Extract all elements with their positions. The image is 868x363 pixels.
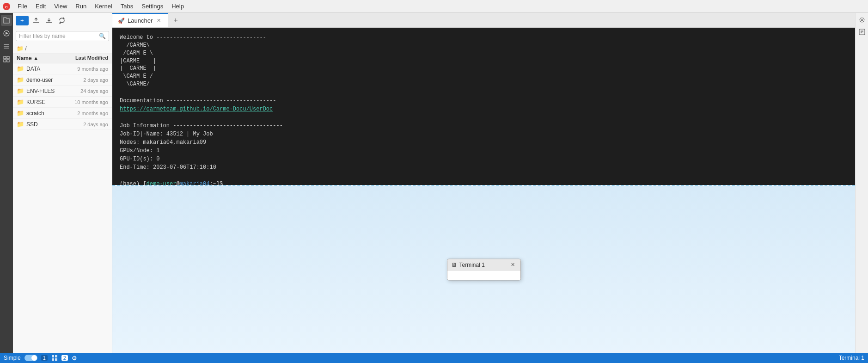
file-modified: 24 days ago	[62, 88, 108, 94]
status-grid-icon	[51, 355, 58, 361]
welcome-line: Welcome to -----------------------------…	[120, 33, 848, 42]
list-item[interactable]: 📁 ENV-FILES 24 days ago	[13, 86, 112, 97]
list-item[interactable]: 📁 scratch 2 months ago	[13, 108, 112, 119]
sidebar-files-icon[interactable]	[1, 15, 12, 26]
svg-text:C: C	[5, 5, 8, 9]
file-modified: 2 days ago	[62, 122, 108, 127]
folder-icon: 📁	[17, 121, 24, 128]
file-name: ENV-FILES	[26, 88, 62, 94]
refresh-button[interactable]	[56, 15, 67, 26]
status-gear-icon[interactable]: ⚙	[72, 355, 77, 362]
terminal-popup: 🖥 Terminal 1 ✕	[447, 258, 521, 280]
right-sidebar-build-icon[interactable]	[857, 27, 867, 37]
new-button[interactable]: +	[16, 16, 29, 25]
menu-tabs[interactable]: Tabs	[117, 2, 137, 11]
status-num-1[interactable]: 1	[41, 355, 48, 361]
sidebar-list-icon[interactable]	[1, 41, 12, 52]
status-num-2[interactable]: 2	[61, 355, 68, 361]
end-time-line: End-Time: 2023-07-06T17:10:10	[120, 163, 848, 172]
menu-settings[interactable]: Settings	[138, 2, 167, 11]
folder-icon: 📁	[17, 76, 24, 83]
tab-launcher[interactable]: 🚀 Launcher ✕	[112, 13, 168, 27]
folder-icon: 📁	[17, 110, 24, 117]
tab-close-button[interactable]: ✕	[155, 17, 162, 24]
terminal-output: Welcome to -----------------------------…	[112, 28, 855, 185]
folder-icon: 📁	[17, 87, 24, 94]
prompt-line: (base) [demo-user@makaria04:~]$	[120, 180, 848, 185]
terminal-popup-header: 🖥 Terminal 1 ✕	[447, 259, 520, 271]
file-name: DATA	[26, 66, 62, 72]
folder-icon: 📁	[17, 98, 24, 105]
list-item[interactable]: 📁 SSD 2 days ago	[13, 119, 112, 130]
new-tab-button[interactable]: +	[169, 14, 182, 27]
plus-icon: +	[20, 17, 24, 24]
job-id-line: Job-ID|-Name: 43512 | My Job	[120, 130, 848, 138]
tab-label: Launcher	[128, 17, 153, 24]
gpus-line: GPUs/Node: 1	[120, 147, 848, 155]
file-modified: 2 months ago	[62, 111, 108, 116]
terminal-popup-body	[447, 271, 520, 280]
sort-arrow-icon: ▲	[33, 55, 39, 62]
menu-run[interactable]: Run	[72, 2, 90, 11]
menu-help[interactable]: Help	[168, 2, 188, 11]
menu-view[interactable]: View	[50, 2, 71, 11]
file-modified: 10 months ago	[62, 99, 108, 105]
job-label: Job Information ------------------------…	[120, 122, 848, 130]
list-item[interactable]: 📁 DATA 9 months ago	[13, 63, 112, 74]
doc-label: Documentation --------------------------…	[120, 97, 848, 105]
file-name: SSD	[26, 121, 62, 128]
svg-rect-19	[55, 358, 57, 361]
sidebar-running-icon[interactable]	[1, 28, 12, 39]
menu-edit[interactable]: Edit	[32, 2, 49, 11]
nodes-line: Nodes: makaria04,makaria09	[120, 138, 848, 147]
folder-icon: 📁	[17, 65, 24, 72]
app-logo: C	[2, 2, 11, 11]
download-button[interactable]	[43, 15, 55, 26]
search-icon: 🔍	[99, 33, 106, 39]
sidebar-extensions-icon[interactable]	[1, 54, 12, 65]
menubar: C File Edit View Run Kernel Tabs Setting…	[0, 0, 868, 13]
file-modified: 2 days ago	[62, 77, 108, 83]
launcher-tab-icon: 🚀	[118, 18, 125, 24]
doc-url[interactable]: https://carmeteam.github.io/Carme-Docu/U…	[120, 105, 848, 113]
launcher-content: Welcome to -----------------------------…	[112, 28, 855, 185]
file-name: scratch	[26, 110, 62, 117]
svg-rect-10	[7, 60, 9, 62]
gpu-id-line: GPU-ID(s): 0	[120, 155, 848, 163]
left-icon-sidebar	[0, 13, 13, 353]
folder-icon: 📁	[17, 45, 24, 52]
lower-panel: 🖥 Terminal 1 ✕	[112, 185, 855, 353]
file-name: demo-user	[26, 77, 62, 83]
file-browser-toolbar: +	[13, 13, 112, 28]
search-input[interactable]	[19, 33, 99, 39]
svg-rect-7	[4, 56, 6, 59]
terminal-popup-close-button[interactable]: ✕	[509, 261, 517, 268]
toggle-track[interactable]	[24, 355, 37, 361]
upload-button[interactable]	[31, 15, 42, 26]
list-item[interactable]: 📁 KURSE 10 months ago	[13, 97, 112, 108]
status-simple-label: Simple	[4, 355, 21, 361]
menu-kernel[interactable]: Kernel	[91, 2, 116, 11]
svg-rect-8	[7, 56, 9, 59]
terminal-popup-icon: 🖥	[451, 261, 457, 268]
tab-bar: 🚀 Launcher ✕ +	[112, 13, 855, 28]
breadcrumb: 📁 /	[13, 44, 112, 54]
svg-rect-18	[52, 358, 54, 361]
file-modified: 9 months ago	[62, 66, 108, 72]
modified-column-header[interactable]: Last Modified	[57, 55, 108, 62]
terminal-popup-label: Terminal 1	[459, 261, 485, 268]
menu-file[interactable]: File	[14, 2, 31, 11]
list-item[interactable]: 📁 demo-user 2 days ago	[13, 74, 112, 86]
right-sidebar	[855, 13, 868, 353]
toggle-thumb	[31, 355, 37, 361]
status-toggle[interactable]	[24, 355, 37, 361]
file-name: KURSE	[26, 99, 62, 105]
main-layout: + 🔍	[0, 13, 868, 353]
ascii-art: /CARME\ /CARM E \ |CARME | | CARME | \CA…	[120, 42, 848, 88]
content-area: 🚀 Launcher ✕ + Welcome to --------------…	[112, 13, 855, 353]
file-table-header: Name ▲ Last Modified	[13, 54, 112, 63]
name-column-header[interactable]: Name ▲	[17, 55, 57, 62]
search-box: 🔍	[16, 31, 109, 41]
right-sidebar-settings-icon[interactable]	[857, 15, 867, 25]
svg-rect-9	[4, 60, 6, 62]
